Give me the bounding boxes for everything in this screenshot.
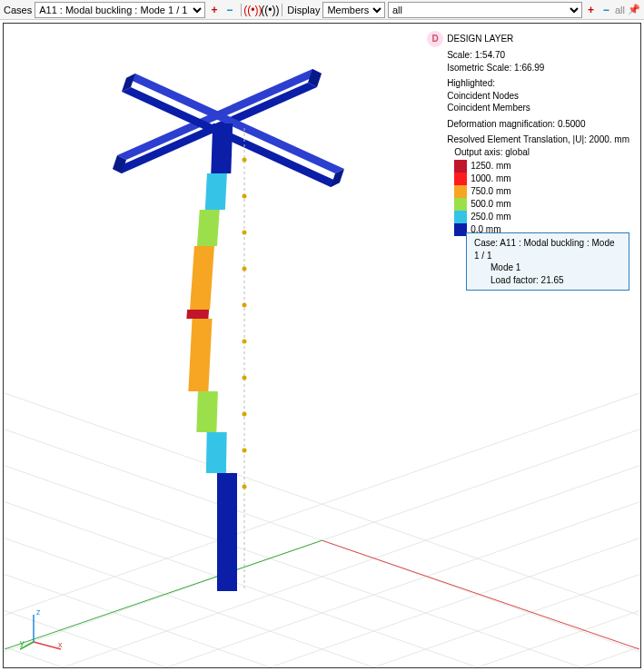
output-axis: Output axis: global <box>447 146 629 159</box>
svg-point-36 <box>243 231 247 235</box>
remove-case-button[interactable]: − <box>223 3 236 17</box>
display-label: Display <box>287 5 320 15</box>
legend-swatch <box>454 211 467 223</box>
legend-swatch <box>454 198 467 211</box>
separator <box>282 4 282 16</box>
separator <box>241 4 242 16</box>
coincident-nodes: Coincident Nodes <box>447 90 629 103</box>
toolbar: Cases A11 : Modal buckling : Mode 1 / 1 … <box>0 0 644 20</box>
filter-select[interactable]: all <box>388 2 582 18</box>
svg-rect-25 <box>205 173 227 210</box>
legend-swatch <box>454 185 467 198</box>
legend-value: 1000. mm <box>467 173 510 185</box>
deformation-mag: Deformation magnification: 0.5000 <box>447 118 629 131</box>
svg-point-43 <box>243 485 247 489</box>
add-case-button[interactable]: + <box>208 3 221 17</box>
cases-select[interactable]: A11 : Modal buckling : Mode 1 / 1 <box>35 2 205 18</box>
svg-line-45 <box>34 642 61 649</box>
case-line1: Case: A11 : Modal buckling : Mode 1 / 1 <box>474 237 621 261</box>
svg-point-40 <box>243 376 247 380</box>
svg-text:x: x <box>58 640 63 649</box>
axis-triad: z x y <box>20 606 65 651</box>
svg-text:z: z <box>36 607 41 617</box>
color-legend: 1250. mm1000. mm750.0 mm500.0 mm250.0 mm… <box>447 160 629 236</box>
design-layer-badge: D <box>427 31 443 47</box>
svg-rect-31 <box>206 432 227 473</box>
svg-rect-29 <box>188 319 212 391</box>
resolved-translation: Resolved Element Translation, |U|: 2000.… <box>447 133 629 146</box>
iso-scale-text: Isometric Scale: 1:66.99 <box>447 62 629 74</box>
svg-rect-27 <box>190 246 214 310</box>
design-layer-label: DESIGN LAYER <box>447 33 513 45</box>
svg-rect-32 <box>217 473 237 591</box>
scale-text: Scale: 1:54.70 <box>447 49 629 62</box>
coincident-members: Coincident Members <box>447 102 629 114</box>
svg-point-37 <box>243 267 247 271</box>
svg-rect-24 <box>211 123 233 173</box>
svg-rect-30 <box>196 391 218 432</box>
highlighted-label: Highlighted: <box>447 77 629 90</box>
crossbeam-2 <box>122 74 344 187</box>
legend-value: 500.0 mm <box>467 198 510 211</box>
remove-filter-button[interactable]: − <box>599 3 612 17</box>
all-label[interactable]: all <box>615 5 625 15</box>
case-line3: Load factor: 21.65 <box>474 274 621 287</box>
legend-value: 750.0 mm <box>467 185 510 198</box>
svg-point-42 <box>243 449 247 453</box>
legend-swatch <box>454 173 467 185</box>
svg-point-41 <box>243 412 247 417</box>
svg-point-35 <box>243 194 247 199</box>
antenna-black-icon[interactable]: ((•)) <box>263 3 277 17</box>
legend-value: 250.0 mm <box>467 211 510 223</box>
svg-text:y: y <box>20 638 25 647</box>
add-filter-button[interactable]: + <box>585 3 598 17</box>
column <box>186 123 237 591</box>
undeformed-outline <box>243 128 247 591</box>
viewport-3d[interactable]: D DESIGN LAYER Scale: 1:54.70 Isometric … <box>3 23 641 668</box>
display-select[interactable]: Members <box>322 2 385 18</box>
svg-point-38 <box>243 303 247 308</box>
case-line2: Mode 1 <box>474 261 621 274</box>
svg-rect-26 <box>197 210 220 246</box>
cases-label: Cases <box>4 5 32 15</box>
antenna-red-icon[interactable]: ((•)) <box>245 3 260 17</box>
svg-point-34 <box>243 158 247 163</box>
svg-rect-28 <box>186 310 209 319</box>
legend-value: 1250. mm <box>467 160 510 173</box>
legend-swatch <box>454 160 467 173</box>
svg-point-39 <box>243 340 247 344</box>
info-panel: D DESIGN LAYER Scale: 1:54.70 Isometric … <box>427 31 629 236</box>
case-info-box: Case: A11 : Modal buckling : Mode 1 / 1 … <box>466 232 629 291</box>
pin-icon[interactable]: 📌 <box>628 4 640 15</box>
